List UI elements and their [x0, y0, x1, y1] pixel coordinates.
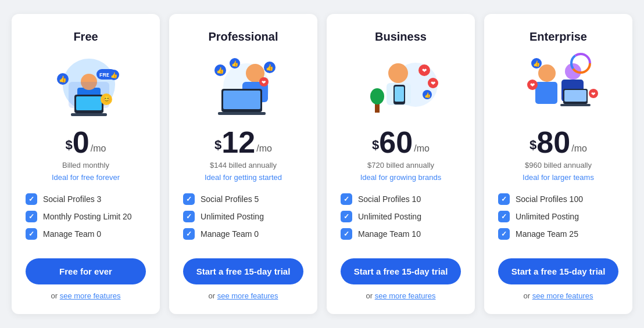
plan-title-free: Free	[73, 30, 98, 44]
see-more-link-professional[interactable]: see more features	[217, 291, 278, 300]
plan-title-business: Business	[375, 30, 427, 44]
feature-text-free-0: Social Profiles 3	[43, 194, 101, 204]
plan-card-enterprise: Enterprise ❤ 👍 ❤ $ 80 /mo $960 billed an…	[484, 14, 632, 314]
svg-rect-20	[218, 112, 266, 115]
svg-rect-47	[564, 90, 586, 102]
feature-item-professional-0: Social Profiles 5	[183, 193, 303, 205]
svg-text:👍: 👍	[266, 63, 274, 71]
price-symbol-free: $	[66, 138, 73, 153]
svg-rect-48	[560, 104, 591, 106]
cta-button-professional[interactable]: Start a free 15-day trial	[183, 258, 303, 284]
plan-card-free: Free FREE 👍 👍 😊 $ 0 /mo Billed monthly I…	[12, 14, 160, 314]
feature-item-professional-2: Manage Team 0	[183, 228, 303, 240]
price-row-business: $ 60 /mo	[372, 127, 430, 157]
price-mo-free: /mo	[91, 143, 106, 154]
billed-text-free: Billed monthly	[62, 161, 109, 170]
feature-text-business-0: Social Profiles 10	[358, 194, 421, 204]
billed-text-enterprise: $960 billed annually	[525, 161, 592, 170]
feature-item-enterprise-2: Manage Team 25	[498, 228, 618, 240]
svg-point-41	[370, 88, 384, 104]
check-icon-enterprise-1	[498, 211, 510, 222]
price-row-professional: $ 12 /mo	[214, 127, 272, 157]
price-amount-professional: 12	[221, 127, 255, 157]
features-list-free: Social Profiles 3 Monthly Posting Limit …	[26, 193, 146, 246]
svg-text:❤: ❤	[262, 80, 266, 85]
svg-text:👍: 👍	[216, 66, 224, 74]
check-icon-business-2	[341, 228, 352, 240]
ideal-text-enterprise[interactable]: Ideal for larger teams	[523, 173, 594, 182]
check-icon-free-0	[26, 193, 37, 205]
svg-rect-19	[223, 91, 260, 109]
pricing-container: Free FREE 👍 👍 😊 $ 0 /mo Billed monthly I…	[12, 14, 632, 314]
feature-text-professional-1: Unlimited Posting	[201, 212, 264, 221]
feature-item-free-1: Monthly Posting Limit 20	[26, 211, 146, 222]
svg-text:❤: ❤	[530, 82, 535, 88]
feature-text-professional-0: Social Profiles 5	[201, 194, 259, 204]
see-more-free: or see more features	[51, 291, 121, 300]
check-icon-free-1	[26, 211, 37, 222]
plan-illustration-enterprise: ❤ 👍 ❤	[518, 53, 599, 117]
plan-title-professional: Professional	[208, 30, 278, 44]
see-more-prefix-enterprise: or	[524, 291, 532, 300]
price-row-enterprise: $ 80 /mo	[529, 127, 587, 157]
check-icon-professional-1	[183, 211, 195, 222]
see-more-prefix-business: or	[366, 291, 375, 300]
see-more-professional: or see more features	[209, 291, 278, 300]
svg-text:👍: 👍	[424, 92, 431, 99]
billed-text-business: $720 billed annually	[367, 161, 434, 170]
check-icon-professional-0	[183, 193, 195, 205]
cta-button-business[interactable]: Start a free 15-day trial	[341, 258, 461, 284]
plan-title-enterprise: Enterprise	[529, 30, 587, 44]
feature-text-enterprise-2: Manage Team 25	[516, 229, 578, 239]
feature-item-enterprise-0: Social Profiles 100	[498, 193, 618, 205]
feature-text-free-2: Manage Team 0	[43, 229, 101, 239]
svg-text:❤: ❤	[591, 91, 596, 97]
see-more-link-enterprise[interactable]: see more features	[532, 291, 593, 300]
price-symbol-enterprise: $	[529, 138, 536, 153]
svg-rect-33	[395, 86, 404, 102]
cta-button-enterprise[interactable]: Start a free 15-day trial	[498, 258, 618, 284]
cta-button-free[interactable]: Free for ever	[26, 258, 146, 284]
svg-text:❤: ❤	[422, 67, 427, 74]
see-more-link-business[interactable]: see more features	[375, 291, 436, 300]
ideal-text-business[interactable]: Ideal for growing brands	[360, 173, 441, 182]
feature-text-enterprise-1: Unlimited Posting	[516, 212, 579, 221]
check-icon-enterprise-2	[498, 228, 510, 240]
feature-item-professional-1: Unlimited Posting	[183, 211, 303, 222]
svg-rect-6	[71, 113, 107, 116]
price-mo-enterprise: /mo	[571, 143, 587, 154]
see-more-prefix-free: or	[51, 291, 60, 300]
check-icon-business-0	[341, 193, 352, 205]
feature-text-business-2: Manage Team 10	[358, 229, 421, 239]
feature-item-business-1: Unlimited Posting	[341, 211, 461, 222]
see-more-enterprise: or see more features	[524, 291, 593, 300]
check-icon-professional-2	[183, 228, 195, 240]
ideal-text-free[interactable]: Ideal for free forever	[52, 173, 120, 182]
see-more-prefix-professional: or	[209, 291, 217, 300]
svg-point-42	[538, 64, 556, 82]
plan-illustration-professional: 👍 👍 👍 ❤	[203, 53, 284, 117]
feature-text-professional-2: Manage Team 0	[201, 229, 259, 239]
price-amount-free: 0	[73, 127, 90, 157]
ideal-text-professional[interactable]: Ideal for getting started	[205, 173, 282, 182]
plan-illustration-business: ❤ ❤ 👍	[360, 53, 442, 117]
svg-text:👍: 👍	[231, 60, 239, 67]
plan-illustration-free: FREE 👍 👍 😊	[45, 53, 127, 117]
svg-text:👍: 👍	[110, 71, 118, 79]
billed-text-professional: $144 billed annually	[210, 161, 277, 170]
price-amount-business: 60	[379, 127, 413, 157]
svg-rect-43	[535, 82, 557, 104]
svg-point-30	[388, 63, 408, 83]
plan-card-business: Business ❤ ❤ 👍 $ 60 /mo $720 billed annu…	[327, 14, 475, 314]
price-mo-professional: /mo	[256, 143, 272, 154]
price-mo-business: /mo	[414, 143, 430, 154]
features-list-business: Social Profiles 10 Unlimited Posting Man…	[341, 193, 461, 246]
feature-text-enterprise-0: Social Profiles 100	[516, 194, 583, 204]
check-icon-business-1	[341, 211, 352, 222]
features-list-enterprise: Social Profiles 100 Unlimited Posting Ma…	[498, 193, 618, 246]
feature-text-free-1: Monthly Posting Limit 20	[43, 212, 132, 221]
feature-item-free-2: Manage Team 0	[26, 228, 146, 240]
see-more-link-free[interactable]: see more features	[60, 291, 121, 300]
price-symbol-business: $	[372, 138, 379, 153]
svg-text:👍: 👍	[59, 75, 67, 83]
